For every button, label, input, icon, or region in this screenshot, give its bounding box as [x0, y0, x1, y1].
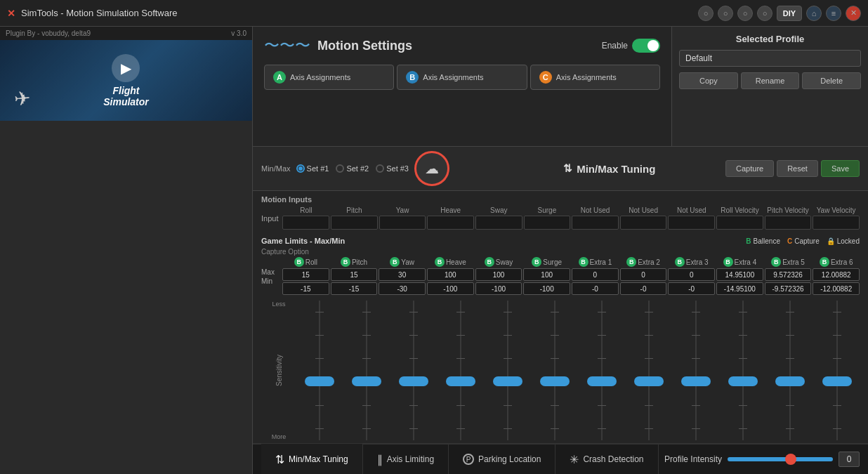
limit-max-extra5[interactable]	[765, 268, 812, 281]
delete-btn[interactable]: Delete	[802, 72, 861, 89]
limit-min-yaw[interactable]	[379, 282, 426, 295]
nav-axis-limiting[interactable]: ∥ Axis Limiting	[363, 444, 449, 474]
limit-max-extra1[interactable]	[572, 268, 619, 281]
limit-min-roll[interactable]	[282, 282, 329, 295]
nav-crash[interactable]: ✳ Crash Detection	[555, 444, 658, 474]
limit-min-heave[interactable]	[427, 282, 474, 295]
intensity-value[interactable]	[839, 452, 860, 467]
extra-btn[interactable]: ○	[757, 6, 772, 21]
reset-btn[interactable]: Reset	[777, 160, 818, 177]
minimize-btn[interactable]: ○	[698, 6, 714, 21]
copy-btn[interactable]: Copy	[679, 72, 738, 89]
limit-min-extra2[interactable]	[620, 282, 667, 295]
limit-max-extra6[interactable]	[813, 268, 860, 281]
tuning-left: Min/Max Set #1 Set #2 Set #3 ☁	[261, 151, 494, 186]
limit-min-extra5[interactable]	[765, 282, 812, 295]
intensity-slider[interactable]	[728, 457, 833, 461]
limit-max-surge[interactable]	[523, 268, 570, 281]
limit-min-surge[interactable]	[523, 282, 570, 295]
radio-set2[interactable]: Set #2	[336, 164, 369, 173]
limit-min-extra1[interactable]	[572, 282, 619, 295]
slider-thumb-10[interactable]	[728, 376, 758, 386]
game-name: FlightSimulator	[103, 85, 149, 107]
sensitivity-container: Less Sensitivity More	[261, 301, 860, 440]
limit-max-sway[interactable]	[475, 268, 522, 281]
menu-btn[interactable]: ≡	[826, 6, 841, 21]
limit-max-roll[interactable]	[282, 268, 329, 281]
axis-tab-c[interactable]: C Axis Assignments	[530, 65, 660, 90]
slider-thumb-12[interactable]	[822, 376, 852, 386]
app-logo: ✕	[7, 8, 15, 19]
selected-profile-panel: Selected Profile Default Copy Rename Del…	[671, 27, 868, 146]
axis-badge-a: A	[273, 71, 286, 84]
inputs-grid: Input Roll Pitch Yaw Heave	[261, 206, 860, 230]
input-nu3[interactable]	[668, 216, 715, 230]
limit-header-pitch: B Pitch	[331, 257, 378, 267]
limit-min-extra4[interactable]	[716, 282, 763, 295]
rename-btn[interactable]: Rename	[741, 72, 800, 89]
limit-max-extra3[interactable]	[668, 268, 715, 281]
slider-thumb-1[interactable]	[305, 376, 334, 386]
limit-max-extra2[interactable]	[620, 268, 667, 281]
slider-thumb-5[interactable]	[493, 376, 522, 386]
cloud-badge[interactable]: ☁	[414, 151, 449, 186]
input-yaw[interactable]	[379, 216, 426, 230]
limit-header-extra6: B Extra 6	[813, 257, 860, 267]
game-thumbnail[interactable]: ✈ ▶ FlightSimulator	[0, 40, 252, 121]
input-roll[interactable]	[282, 216, 329, 230]
radio-dot-1	[296, 164, 305, 173]
slider-thumb-9[interactable]	[681, 376, 711, 386]
input-sway[interactable]	[475, 216, 522, 230]
limit-header-extra1: B Extra 1	[572, 257, 619, 267]
axis-tab-a[interactable]: A Axis Assignments	[264, 65, 394, 90]
limit-col-heave: B Heave	[427, 257, 474, 295]
input-nu2[interactable]	[620, 216, 667, 230]
close-btn[interactable]: ✕	[846, 6, 861, 21]
input-heave[interactable]	[427, 216, 474, 230]
limit-max-extra4[interactable]	[716, 268, 763, 281]
radio-set1[interactable]: Set #1	[296, 164, 329, 173]
diy-btn[interactable]: DIY	[777, 6, 802, 21]
slider-thumb-11[interactable]	[775, 376, 805, 386]
limit-max-yaw[interactable]	[379, 268, 426, 281]
limit-min-pitch[interactable]	[331, 282, 378, 295]
slider-thumb-7[interactable]	[587, 376, 617, 386]
limit-min-extra6[interactable]	[813, 282, 860, 295]
nav-minmax[interactable]: ⇅ Min/Max Tuning	[261, 444, 363, 474]
input-pitch[interactable]	[331, 216, 378, 230]
restore-btn[interactable]: ○	[718, 6, 733, 21]
arrows-icon: ⇅	[563, 162, 572, 175]
limit-max-pitch[interactable]	[331, 268, 378, 281]
save-btn[interactable]: Save	[821, 160, 860, 177]
slider-thumb-2[interactable]	[352, 376, 381, 386]
intensity-thumb[interactable]	[785, 454, 796, 465]
input-rv[interactable]	[716, 216, 763, 230]
profile-select[interactable]: Default	[679, 50, 861, 67]
axis-tab-b[interactable]: B Axis Assignments	[397, 65, 527, 90]
motion-header: 〜〜〜 Motion Settings Enable	[264, 35, 660, 56]
input-surge[interactable]	[524, 216, 571, 230]
slider-thumb-8[interactable]	[634, 376, 664, 386]
slider-thumb-6[interactable]	[540, 376, 570, 386]
axis-tab-c-label: Axis Assignments	[556, 73, 617, 81]
limit-min-extra3[interactable]	[668, 282, 715, 295]
settings-btn[interactable]: ○	[737, 6, 753, 21]
home-btn[interactable]: ⌂	[806, 6, 822, 21]
nav-parking[interactable]: P Parking Location	[449, 444, 555, 474]
col-label-surge: Surge	[538, 206, 557, 214]
axis-icon: ∥	[377, 453, 383, 466]
enable-toggle[interactable]	[632, 39, 660, 53]
input-yv[interactable]	[813, 216, 860, 230]
slider-col-6	[532, 301, 577, 440]
limit-max-heave[interactable]	[427, 268, 474, 281]
slider-thumb-3[interactable]	[399, 376, 428, 386]
nav-axis-label: Axis Limiting	[387, 454, 434, 464]
input-nu1[interactable]	[572, 216, 619, 230]
slider-col-4	[438, 301, 483, 440]
play-icon[interactable]: ▶	[112, 54, 140, 82]
capture-btn[interactable]: Capture	[725, 160, 774, 177]
slider-thumb-4[interactable]	[446, 376, 475, 386]
input-pv[interactable]	[765, 216, 812, 230]
limit-min-sway[interactable]	[475, 282, 522, 295]
radio-set3[interactable]: Set #3	[376, 164, 409, 173]
